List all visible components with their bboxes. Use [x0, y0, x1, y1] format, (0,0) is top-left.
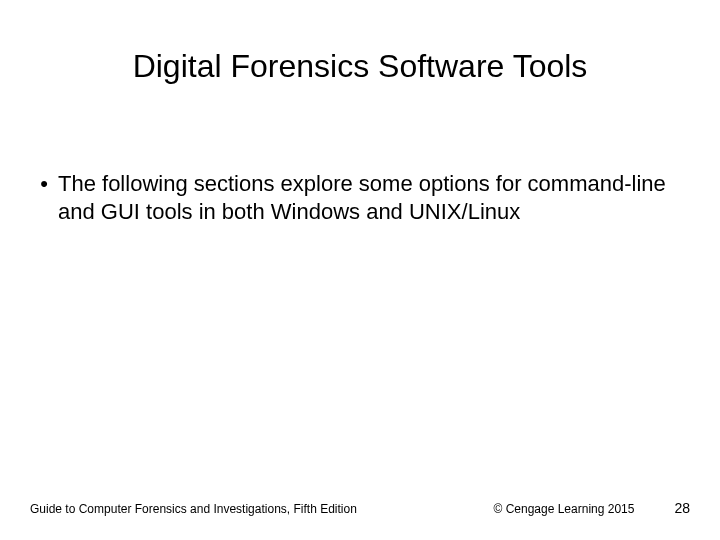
- footer-right: © Cengage Learning 2015 28: [493, 500, 690, 516]
- slide-title: Digital Forensics Software Tools: [0, 48, 720, 85]
- page-number: 28: [674, 500, 690, 516]
- slide: Digital Forensics Software Tools • The f…: [0, 0, 720, 540]
- bullet-text: The following sections explore some opti…: [58, 170, 680, 225]
- slide-body: • The following sections explore some op…: [30, 170, 680, 225]
- list-item: • The following sections explore some op…: [30, 170, 680, 225]
- footer-source: Guide to Computer Forensics and Investig…: [30, 502, 357, 516]
- slide-footer: Guide to Computer Forensics and Investig…: [30, 500, 690, 516]
- bullet-icon: •: [30, 170, 58, 198]
- footer-copyright: © Cengage Learning 2015: [493, 502, 634, 516]
